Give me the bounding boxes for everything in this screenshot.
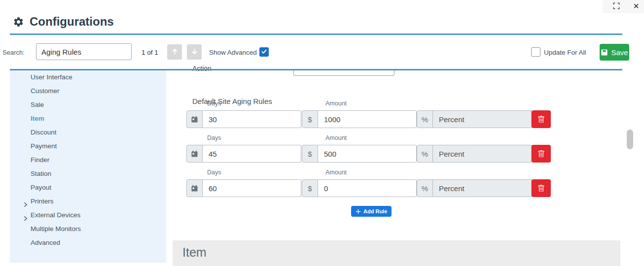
calendar-icon	[186, 179, 203, 197]
item-section-title: Item	[182, 245, 207, 260]
sidebar-item-external-devices[interactable]: External Devices	[10, 208, 166, 222]
sidebar-item-payout[interactable]: Payout	[10, 181, 166, 195]
amount-label: Amount	[325, 100, 347, 107]
trash-icon	[537, 150, 545, 158]
days-label: Days	[207, 169, 221, 176]
dollar-icon: $	[302, 110, 318, 128]
sidebar-item-label: Multiple Monitors	[31, 225, 81, 233]
rule-row-labels: Days Amount	[186, 169, 551, 177]
search-label: Search:	[2, 49, 25, 56]
sidebar-item-payment[interactable]: Payment	[10, 139, 166, 153]
sidebar-item-advanced[interactable]: Advanced	[10, 236, 166, 250]
days-label: Days	[207, 134, 221, 141]
page-title: Configurations	[30, 15, 114, 29]
sidebar-item-discount[interactable]: Discount	[10, 126, 166, 139]
trash-icon	[537, 185, 545, 192]
sidebar-item-station[interactable]: Station	[10, 167, 166, 181]
unit-input[interactable]	[433, 110, 532, 128]
amount-label: Amount	[325, 134, 347, 141]
configurations-window: × Configurations Search: 1 of 1 Show Adv…	[0, 0, 644, 266]
sidebar-item-label: Discount	[31, 129, 57, 136]
search-input[interactable]	[36, 43, 132, 60]
sidebar-item-label: External Devices	[31, 211, 80, 219]
toolbar-divider	[10, 69, 622, 70]
fullscreen-icon	[613, 2, 620, 11]
aging-rule-row: $ %	[186, 145, 551, 163]
arrow-down-icon	[191, 48, 198, 57]
sidebar-item-finder[interactable]: Finder	[10, 153, 166, 167]
amount-input[interactable]	[318, 179, 417, 197]
dollar-icon: $	[302, 179, 318, 197]
aging-rule-row: $ %	[186, 179, 551, 197]
calendar-icon	[186, 145, 203, 163]
delete-rule-button[interactable]	[532, 145, 551, 163]
aging-rule-row: $ %	[186, 110, 551, 128]
sidebar-item-label: Payout	[31, 184, 51, 191]
arrow-up-icon	[171, 48, 179, 57]
delete-rule-button[interactable]	[532, 110, 551, 128]
percent-icon: %	[417, 110, 433, 128]
sidebar-item-customer[interactable]: Customer	[10, 84, 166, 98]
days-input[interactable]	[203, 110, 301, 128]
sidebar-item-printers[interactable]: Printers	[10, 195, 166, 208]
aging-rules-section-title: Default Site Aging Rules	[192, 97, 272, 105]
search-previous-button[interactable]	[167, 44, 182, 60]
update-for-all-checkbox[interactable]	[531, 47, 540, 57]
plus-icon	[356, 209, 361, 214]
item-section-header: Item	[173, 240, 620, 266]
calendar-icon	[186, 110, 203, 128]
sidebar-item-sale[interactable]: Sale	[10, 98, 166, 112]
sidebar-item-label: Customer	[31, 87, 60, 95]
amount-input[interactable]	[318, 145, 417, 163]
config-sidebar: User Interface Customer Sale Item Discou…	[10, 70, 166, 263]
save-button-label: Save	[611, 48, 628, 57]
fullscreen-button[interactable]	[611, 2, 622, 11]
unit-input[interactable]	[433, 145, 532, 163]
close-button[interactable]: ×	[630, 0, 642, 12]
update-for-all-label: Update For All	[544, 49, 586, 56]
show-advanced-checkbox[interactable]	[259, 47, 269, 57]
sidebar-item-label: Sale	[31, 101, 44, 108]
sidebar-item-label: User Interface	[31, 73, 72, 81]
unit-input[interactable]	[433, 179, 532, 197]
checkmark-icon	[261, 48, 267, 57]
search-match-count: 1 of 1	[142, 49, 158, 56]
vertical-scrollbar-thumb[interactable]	[627, 130, 633, 149]
sidebar-item-multiple-monitors[interactable]: Multiple Monitors	[10, 222, 166, 236]
sidebar-item-item[interactable]: Item	[10, 112, 166, 126]
sidebar-item-label: Advanced	[31, 239, 60, 246]
add-rule-button[interactable]: Add Rule	[351, 206, 392, 217]
dollar-icon: $	[302, 145, 318, 163]
percent-icon: %	[417, 179, 433, 197]
sidebar-item-label: Payment	[31, 142, 57, 150]
delete-rule-button[interactable]	[532, 179, 551, 197]
days-input[interactable]	[203, 145, 301, 163]
trash-icon	[537, 116, 545, 123]
sidebar-item-label: Finder	[31, 156, 49, 164]
days-input[interactable]	[203, 179, 301, 197]
amount-label: Amount	[325, 169, 347, 176]
save-icon	[601, 49, 608, 56]
show-advanced-label: Show Advanced	[209, 49, 257, 56]
header-divider	[10, 33, 622, 35]
percent-icon: %	[417, 145, 433, 163]
sidebar-item-user-interface[interactable]: User Interface	[10, 70, 166, 84]
sidebar-item-label: Item	[31, 115, 44, 122]
close-icon: ×	[633, 0, 639, 12]
search-next-button[interactable]	[187, 44, 202, 60]
action-field-label: Action	[192, 65, 212, 72]
rule-row-labels: Days Amount	[186, 134, 551, 142]
add-rule-label: Add Rule	[363, 208, 387, 214]
amount-input[interactable]	[318, 110, 417, 128]
sidebar-item-label: Station	[31, 170, 51, 177]
gear-icon	[13, 16, 24, 28]
sidebar-item-label: Printers	[31, 198, 54, 205]
save-button[interactable]: Save	[600, 44, 629, 61]
